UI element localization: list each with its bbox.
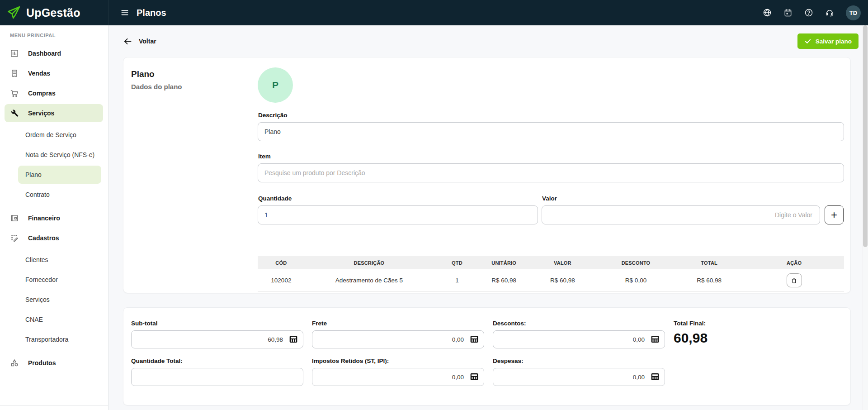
plan-card-subtitle: Dados do plano [131,83,182,91]
cart-icon [10,89,19,98]
back-button[interactable]: Voltar [123,37,156,46]
app-header: UpGestão Planos [0,0,868,25]
support-headset-icon[interactable] [825,8,834,17]
wallet-icon [10,214,19,223]
despesas-input[interactable] [493,368,665,386]
sidebar-item-dashboard[interactable]: Dashboard [5,44,103,62]
trash-icon [791,277,797,284]
save-plan-button[interactable]: Salvar plano [797,33,859,49]
sidebar-subitem-nota-de-servico[interactable]: Nota de Serviço (NFS-e) [18,146,101,164]
sidebar-subitem-transportadora[interactable]: Transportadora [18,330,101,348]
plan-avatar: P [258,67,293,103]
sidebar-item-produtos[interactable]: Produtos [5,354,103,372]
sidebar-subitem-label: Nota de Serviço (NFS-e) [25,151,94,158]
brand[interactable]: UpGestão [0,0,108,25]
valor-label: Valor [542,195,820,202]
col-header-cod: CÓD [258,260,305,266]
add-item-button[interactable]: + [825,205,844,224]
quantidade-total-label: Quantidade Total: [131,358,303,364]
user-avatar-initials: TD [849,10,857,16]
cell-valor: R$ 60,98 [528,277,598,284]
sidebar-subitem-ordem-de-servico[interactable]: Ordem de Serviço [18,126,101,144]
col-header-descricao: DESCRIÇÃO [305,260,434,266]
sidebar-subitem-label: Fornecedor [25,276,58,283]
descontos-label: Descontos: [493,320,665,327]
back-label: Voltar [139,38,156,45]
sidebar-subitem-fornecedor[interactable]: Fornecedor [18,271,101,289]
calculator-icon[interactable] [289,335,298,343]
sidebar-item-cadastros[interactable]: Cadastros [5,229,103,247]
items-table-header: CÓD DESCRIÇÃO QTD UNITÁRIO VALOR DESCONT… [258,256,844,269]
valor-input[interactable] [542,205,820,224]
col-header-valor: VALOR [528,260,598,266]
sidebar-item-vendas[interactable]: Vendas [5,64,103,82]
item-search-input[interactable] [258,163,844,182]
calculator-icon[interactable] [651,372,660,381]
sidebar-subitem-cnae[interactable]: CNAE [18,310,101,329]
plan-avatar-letter: P [272,80,278,91]
calendar-icon[interactable] [783,8,793,17]
col-header-qtd: QTD [434,260,481,266]
frete-label: Frete [312,320,484,327]
descontos-input[interactable] [493,330,665,348]
wrench-icon [10,109,19,118]
subtotal-input[interactable] [131,330,303,348]
cell-unitario: R$ 60,98 [481,277,528,284]
sidebar-subitem-label: Transportadora [25,336,68,343]
sidebar-subitem-label: CNAE [25,316,43,323]
sidebar-subitem-label: Plano [25,171,42,178]
plan-card-title: Plano [131,69,182,79]
sidebar-item-financeiro[interactable]: Financeiro [5,209,103,227]
quantidade-label: Quantidade [258,195,538,202]
total-final-value: 60,98 [674,330,843,346]
sidebar-item-label: Serviços [28,110,54,117]
descricao-input[interactable] [258,122,844,141]
user-avatar[interactable]: TD [846,5,861,20]
cell-cod: 102002 [258,277,305,284]
sidebar: MENU PRINCIPAL Dashboard Vendas [0,25,108,410]
impostos-label: Impostos Retidos (ST, IPI): [312,358,484,364]
cell-descricao: Adestramento de Cães 5 [305,277,434,284]
page-title: Planos [137,8,166,18]
check-icon [804,38,811,45]
cell-desconto: R$ 0,00 [598,277,674,284]
sidebar-item-servicos[interactable]: Serviços [5,104,103,122]
delete-row-button[interactable] [787,273,802,287]
scrollbar-thumb[interactable] [863,25,868,247]
sidebar-item-label: Financeiro [28,215,60,222]
calculator-icon[interactable] [651,335,660,343]
content-toolbar: Voltar Salvar plano [108,25,868,57]
quantidade-input[interactable] [258,205,538,224]
grid-pencil-icon [10,234,19,243]
sidebar-subitem-plano[interactable]: Plano [18,166,101,184]
main-scrollbar[interactable] [863,25,868,410]
col-header-total: TOTAL [674,260,745,266]
sidebar-item-compras[interactable]: Compras [5,84,103,102]
sidebar-subitem-contrato[interactable]: Contrato [18,186,101,204]
col-header-unitario: UNITÁRIO [481,260,528,266]
menu-hamburger-icon[interactable] [120,8,129,17]
impostos-input[interactable] [312,368,484,386]
plus-icon: + [831,209,837,221]
col-header-desconto: DESCONTO [598,260,674,266]
sidebar-item-label: Vendas [28,70,50,77]
brand-logo-icon [6,5,22,20]
frete-input[interactable] [312,330,484,348]
calculator-icon[interactable] [470,335,479,343]
cell-total: R$ 60,98 [674,277,745,284]
subtotal-label: Sub-total [131,320,303,327]
sidebar-subitem-servicos[interactable]: Serviços [18,291,101,309]
main-content: Voltar Salvar plano Plano Dados do plano… [108,25,868,410]
sidebar-item-label: Dashboard [28,50,61,57]
help-icon[interactable] [804,8,813,17]
sidebar-item-label: Compras [28,90,56,97]
globe-icon[interactable] [763,8,772,17]
receipt-icon [10,69,19,78]
sidebar-item-label: Produtos [28,359,56,367]
sidebar-subitem-clientes[interactable]: Clientes [18,251,101,269]
calculator-icon[interactable] [470,372,479,381]
quantidade-total-input[interactable] [131,368,303,386]
sidebar-subitem-label: Clientes [25,256,48,263]
sidebar-item-label: Cadastros [28,234,59,242]
sidebar-subitem-label: Contrato [25,191,50,198]
